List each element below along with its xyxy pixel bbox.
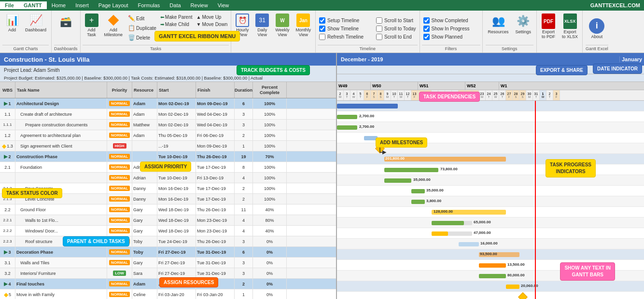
- gantt-bar-15: [479, 263, 506, 268]
- weekly-view-button[interactable]: W WeeklyView: [273, 12, 292, 39]
- tab-formulas[interactable]: Formulas: [133, 1, 165, 9]
- settings-button[interactable]: ⚙️ Settings: [513, 12, 534, 36]
- task-table: ▶ 1 Architectural Design NORMAL Adam Mon…: [0, 98, 336, 299]
- table-row: 2.2.1 Walls to 1st Flo... NORMAL Gary We…: [0, 215, 336, 226]
- add-milestone-button[interactable]: AddMilestone: [102, 12, 126, 39]
- tab-gantt[interactable]: GANTT: [19, 1, 47, 9]
- tab-insert[interactable]: Insert: [70, 1, 94, 9]
- tab-view[interactable]: View: [213, 1, 234, 9]
- make-child-icon: ➡: [160, 22, 164, 27]
- dashboards-label: Dashboards: [54, 45, 78, 51]
- gantt-bar-1: [337, 115, 357, 119]
- gantt-bar-13: [459, 242, 479, 246]
- gantt-bar-8: [411, 189, 425, 193]
- refresh-timeline-button[interactable]: Refresh Timeline: [318, 33, 365, 41]
- project-title: Construction - St. Louis Villa: [0, 53, 336, 66]
- tab-file[interactable]: File: [0, 1, 19, 9]
- show-in-progress-label: Show In Progress: [432, 26, 470, 31]
- gantt-excel-label: Gantt Excel: [586, 45, 608, 51]
- show-completed-checkbox[interactable]: [423, 17, 430, 24]
- timeline-group-label: Timeline: [318, 45, 417, 51]
- duplicate-label: Duplicate: [136, 26, 156, 31]
- settings-icon: ⚙️: [516, 14, 531, 29]
- setup-timeline-button[interactable]: Setup Timeline: [318, 17, 365, 24]
- tab-review[interactable]: Review: [186, 1, 213, 9]
- add-task-button[interactable]: + AddTask: [83, 12, 101, 39]
- table-row: ▶ 2 Construction Phase NORMAL Tue 10-Dec…: [0, 151, 336, 162]
- make-parent-button[interactable]: ⬅ Make Parent: [159, 14, 194, 20]
- scroll-today-button[interactable]: Scroll to Today: [375, 25, 417, 32]
- table-row: ◆ 5 Move in with Family NORMAL Celine Fr…: [0, 289, 336, 299]
- scroll-end-button[interactable]: Scroll to End: [375, 33, 417, 41]
- th-start: Start: [157, 82, 196, 98]
- export-xlsx-label: Exportto XLSX: [562, 29, 578, 39]
- scroll-end-label: Scroll to End: [384, 34, 412, 40]
- duplicate-button[interactable]: 📋 Duplicate: [126, 24, 158, 32]
- tab-page-layout[interactable]: Page Layout: [94, 1, 133, 9]
- monthly-view-icon: Jan: [296, 14, 310, 27]
- week-w50: W50: [371, 82, 418, 90]
- about-button[interactable]: i About: [587, 17, 607, 41]
- show-in-progress-button[interactable]: Show In Progress: [422, 25, 471, 32]
- move-down-button[interactable]: ▼ Move Down: [195, 21, 229, 27]
- show-planned-label: Show Planned: [432, 34, 463, 40]
- export-xlsx-button[interactable]: XLSX Exportto XLSX: [560, 12, 580, 41]
- gantt-bar-12-bg: [432, 231, 472, 236]
- add-milestone-icon: [107, 14, 120, 27]
- export-pdf-button[interactable]: PDF Exportto PDF: [539, 12, 558, 41]
- show-timeline-button[interactable]: Show Timeline: [318, 25, 365, 32]
- duplicate-icon: 📋: [127, 24, 135, 32]
- table-row: 2.2.2 Windows/ Door... NORMAL Gary Wed 1…: [0, 226, 336, 236]
- task-dependencies-tooltip: TASK DEPENDENCIES: [419, 92, 480, 102]
- export-xlsx-icon: XLSX: [563, 14, 577, 29]
- daily-view-button[interactable]: 31 DailyView: [253, 12, 271, 39]
- about-icon: i: [589, 18, 604, 34]
- scroll-start-checkbox[interactable]: [376, 17, 382, 24]
- move-up-label: Move Up: [202, 14, 221, 20]
- move-down-label: Move Down: [202, 22, 227, 27]
- table-row: 2.2.3 Roof structure NORMAL Toby Tue 24-…: [0, 236, 336, 247]
- show-planned-checkbox[interactable]: [423, 34, 430, 40]
- table-row: 1.2 Agreement to architectural plan NORM…: [0, 130, 336, 141]
- gantt-label-1: 2,700.00: [359, 114, 374, 118]
- move-up-button[interactable]: ▲ Move Up: [195, 14, 229, 20]
- scroll-today-checkbox[interactable]: [376, 26, 382, 32]
- week-w51: W51: [418, 82, 465, 90]
- track-budgets-tooltip: TRACK BUDGETS & COSTS: [237, 65, 310, 75]
- delete-label: Delete: [136, 35, 150, 41]
- add-button[interactable]: 📊 Add: [2, 12, 22, 34]
- settings-label: Settings: [516, 29, 532, 34]
- delete-button[interactable]: 🗑️ Delete: [126, 33, 158, 42]
- tab-home[interactable]: Home: [47, 1, 70, 9]
- resources-button[interactable]: 👥 Resources: [486, 12, 511, 36]
- resources-icon: 👥: [490, 14, 506, 29]
- th-wbs: WBS: [0, 82, 15, 98]
- make-child-button[interactable]: ➡ Make Child: [159, 21, 194, 27]
- table-row: ▶ 1 Architectural Design NORMAL Adam Mon…: [0, 98, 336, 109]
- monthly-view-button[interactable]: Jan MonthlyView: [294, 12, 314, 39]
- edit-button[interactable]: ✏️ Edit: [126, 14, 158, 23]
- show-in-progress-checkbox[interactable]: [423, 26, 430, 32]
- tab-data[interactable]: Data: [165, 1, 185, 9]
- refresh-timeline-checkbox[interactable]: [319, 34, 325, 40]
- show-timeline-checkbox[interactable]: [319, 26, 325, 32]
- gantt-label-5: 201,800.00: [385, 156, 405, 161]
- gantt-panel: December - 2019 January W49 W50 W51 W52 …: [337, 53, 644, 299]
- setup-timeline-checkbox[interactable]: [319, 17, 325, 24]
- edit-label: Edit: [136, 16, 144, 21]
- show-timeline-label: Show Timeline: [327, 26, 359, 31]
- gantt-next-month-title: January: [620, 56, 644, 62]
- show-planned-button[interactable]: Show Planned: [422, 33, 471, 41]
- gantt-bar-11-bg: [432, 221, 472, 225]
- week-w49: W49: [337, 82, 371, 90]
- table-row: 1.1.1 Prepare construction documents NOR…: [0, 120, 336, 130]
- th-priority: Priority: [107, 82, 132, 98]
- edit-icon: ✏️: [127, 14, 135, 22]
- gantt-label-11: 65,000.00: [474, 220, 491, 224]
- scroll-start-button[interactable]: Scroll to Start: [375, 17, 417, 24]
- daily-view-icon: 31: [255, 14, 269, 27]
- show-completed-button[interactable]: Show Completed: [422, 17, 471, 24]
- scroll-end-checkbox[interactable]: [376, 34, 382, 40]
- dashboard-button[interactable]: 📈 Dashboard: [23, 12, 49, 34]
- export-pdf-label: Exportto PDF: [542, 29, 555, 39]
